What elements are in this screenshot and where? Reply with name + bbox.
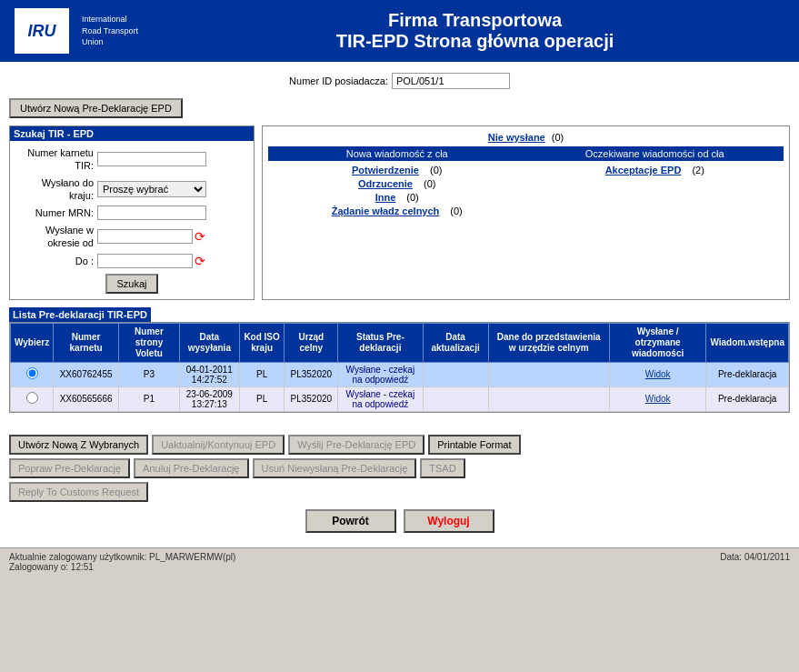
date-from-label: Wysłane w okresie od: [15, 224, 97, 250]
col-carnet: Numer karnetu: [54, 323, 119, 362]
create-new-declaration-button[interactable]: Utwórz Nową Pre-Deklarację EPD: [9, 98, 183, 118]
cell-view[interactable]: Widok: [609, 386, 705, 411]
printable-format-button[interactable]: Printable Format: [428, 435, 520, 455]
mrn-input[interactable]: [97, 206, 206, 220]
cell-select[interactable]: [11, 386, 54, 411]
col-date: Data wysyłania: [179, 323, 239, 362]
footer-since-label: Zalogowany o:: [9, 562, 68, 572]
footer-user-row: Aktualnie zalogowany użytkownik: PL_MARW…: [9, 552, 235, 562]
date-from-container: ⟳: [97, 229, 205, 244]
date-to-reset-icon[interactable]: ⟳: [195, 254, 205, 268]
col-update: Data aktualizacji: [423, 323, 488, 362]
date-from-reset-icon[interactable]: ⟳: [195, 229, 205, 244]
back-button[interactable]: Powrót: [305, 509, 396, 533]
rejection-count: (0): [424, 178, 435, 189]
cell-iso: PL: [239, 362, 285, 386]
other-count: (0): [406, 192, 418, 203]
acceptance-link[interactable]: Akceptacje EPD: [605, 165, 682, 176]
msgs-left: Nowa wiadomość z cła Potwierdzenie (0) O…: [268, 146, 526, 219]
org-name: International Road Transport Union: [82, 14, 138, 48]
id-input[interactable]: [392, 73, 510, 89]
mrn-row: Numer MRN:: [15, 206, 248, 220]
col-office: Urząd celny: [285, 323, 338, 362]
cell-page: P3: [119, 362, 180, 386]
new-message-header: Nowa wiadomość z cła: [268, 146, 526, 161]
cell-message: Pre-deklaracja: [706, 386, 789, 411]
col-status: Status Pre-deklaracji: [338, 323, 423, 362]
col-data-pres: Dane do przedstawienia w urzędzie celnym: [488, 323, 609, 362]
date-from-row: Wysłane w okresie od ⟳: [15, 224, 248, 250]
col-iso: Kod ISO kraju: [239, 323, 285, 362]
bottom-buttons: Powrót Wyloguj: [9, 509, 790, 533]
id-label: Numer ID posiadacza:: [289, 75, 388, 86]
carnet-label: Numer karnetu TIR:: [15, 146, 97, 173]
not-sent-row: Nie wysłane (0): [268, 132, 784, 143]
reply-customs-button[interactable]: Reply To Customs Request: [9, 482, 148, 502]
update-continue-epd-button[interactable]: Uaktualnij/Kontynuuj EPD: [152, 435, 285, 455]
country-label: Wysłano do kraju:: [15, 176, 97, 203]
acceptance-row: Akceptacje EPD (2): [526, 165, 784, 176]
cell-office: PL352020: [285, 386, 338, 411]
app-header: IRU International Road Transport Union F…: [0, 0, 799, 62]
create-from-selected-button[interactable]: Utwórz Nową Z Wybranych: [9, 435, 148, 455]
messages-panel: Nie wysłane (0) Nowa wiadomość z cła Pot…: [262, 125, 790, 300]
confirmation-link[interactable]: Potwierdzenie: [352, 165, 419, 176]
footer-right: Data: 04/01/2011: [720, 552, 790, 562]
date-to-container: ⟳: [97, 254, 205, 268]
search-btn-row: Szukaj: [15, 274, 248, 294]
messages-layout: Nie wysłane (0) Nowa wiadomość z cła Pot…: [268, 132, 784, 219]
footer-since-value: 12:51: [71, 562, 94, 572]
main-content: Numer ID posiadacza: Utwórz Nową Pre-Dek…: [0, 62, 799, 547]
table-body: XX60762455 P3 04-01-2011 14:27:52 PL PL3…: [11, 362, 789, 411]
cell-view[interactable]: Widok: [609, 362, 705, 386]
cell-carnet: XX60762455: [54, 362, 119, 386]
carnet-row: Numer karnetu TIR:: [15, 146, 248, 173]
msgs-two-col: Nowa wiadomość z cła Potwierdzenie (0) O…: [268, 146, 784, 219]
logo-text: IRU: [28, 22, 56, 41]
footer-since-row: Zalogowany o: 12:51: [9, 562, 235, 572]
col-page: Numer strony Voletu: [119, 323, 180, 362]
lista-title: Lista Pre-deklaracji TIR-EPD: [9, 307, 151, 322]
tsad-button[interactable]: TSAD: [420, 458, 464, 478]
mrn-label: Numer MRN:: [15, 206, 97, 219]
country-select[interactable]: Proszę wybrać: [97, 181, 206, 197]
search-form: Numer karnetu TIR: Wysłano do kraju: Pro…: [15, 146, 248, 294]
footer-date-label: Data:: [720, 552, 742, 562]
not-sent-link[interactable]: Nie wysłane: [488, 132, 545, 143]
date-to-label: Do :: [15, 255, 97, 267]
logo-box: IRU: [15, 8, 69, 54]
action-row-3: Reply To Customs Request: [9, 482, 790, 502]
footer-left: Aktualnie zalogowany użytkownik: PL_MARW…: [9, 552, 235, 572]
other-link[interactable]: Inne: [375, 192, 396, 203]
send-pre-declaration-button[interactable]: Wyślij Pre-Deklarację EPD: [288, 435, 424, 455]
other-row: Inne (0): [268, 192, 526, 203]
action-row-2: Popraw Pre-Deklarację Anuluj Pre-Deklara…: [9, 458, 790, 478]
date-from-input[interactable]: [97, 229, 193, 244]
cell-select[interactable]: [11, 362, 54, 386]
data-table-wrapper: Wybierz Numer karnetu Numer strony Volet…: [9, 322, 790, 413]
date-to-input[interactable]: [97, 254, 193, 268]
logout-button[interactable]: Wyloguj: [404, 509, 494, 533]
col-messages: Wysłane / otrzymane wiadomości: [609, 323, 705, 362]
not-sent-count: (0): [552, 132, 564, 143]
cell-data-pres: [488, 362, 609, 386]
table-row: XX60762455 P3 04-01-2011 14:27:52 PL PL3…: [11, 362, 789, 386]
search-panel-title: Szukaj TIR - EPD: [10, 126, 254, 141]
carnet-input[interactable]: [97, 152, 206, 166]
search-button[interactable]: Szukaj: [105, 274, 157, 294]
cancel-declaration-button[interactable]: Anuluj Pre-Deklarację: [134, 458, 248, 478]
cell-page: P1: [119, 386, 180, 411]
table-header-row: Wybierz Numer karnetu Numer strony Volet…: [11, 323, 789, 362]
cell-date: 23-06-2009 13:27:13: [179, 386, 239, 411]
fix-declaration-button[interactable]: Popraw Pre-Deklarację: [9, 458, 130, 478]
country-row: Wysłano do kraju: Proszę wybrać: [15, 176, 248, 203]
rejection-link[interactable]: Odrzucenie: [358, 178, 413, 189]
confirmation-row: Potwierdzenie (0): [268, 165, 526, 176]
col-select: Wybierz: [11, 323, 54, 362]
delete-unsent-button[interactable]: Usuń Niewysłaną Pre-Deklarację: [253, 458, 417, 478]
authority-row: Żądanie władz celnych (0): [268, 206, 526, 216]
cell-iso: PL: [239, 386, 285, 411]
cell-message: Pre-deklaracja: [706, 362, 789, 386]
two-panel: Szukaj TIR - EPD Numer karnetu TIR: Wysł…: [9, 125, 790, 300]
authority-link[interactable]: Żądanie władz celnych: [332, 206, 440, 216]
